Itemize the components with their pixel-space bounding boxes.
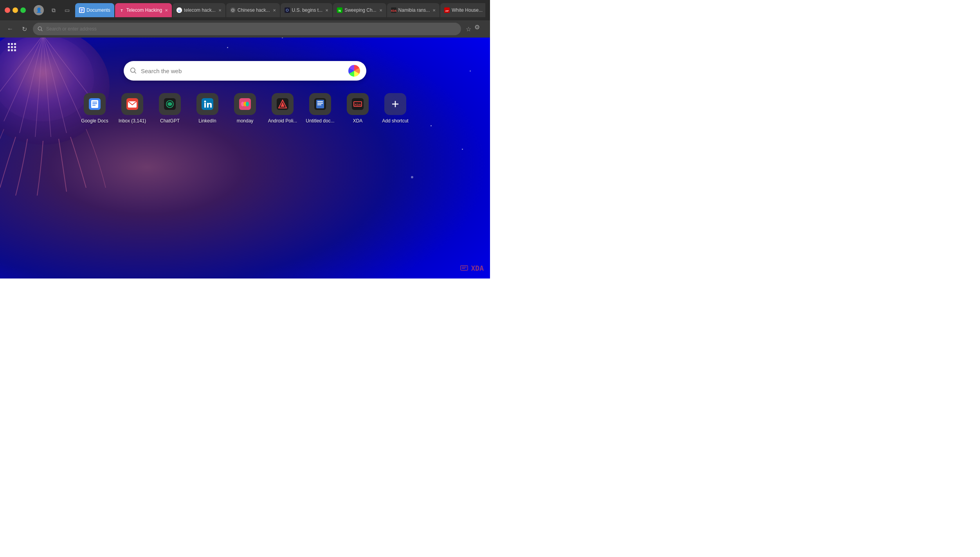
shortcuts-row: Google Docs Inbox (3,141): [79, 93, 411, 124]
shortcut-label-android-police: Android Poli...: [268, 118, 297, 124]
tab-label-nbc: Sweeping Ch...: [344, 7, 376, 13]
svg-point-18: [230, 7, 236, 13]
tab-favicon-google: G: [177, 7, 182, 13]
svg-rect-34: [92, 102, 97, 102]
svg-rect-42: [204, 103, 206, 108]
tab-manager-icon[interactable]: ⧉: [49, 5, 59, 15]
svg-rect-44: [207, 103, 209, 108]
tab-favicon-namibia: XDA: [391, 7, 396, 13]
grid-icon: [8, 43, 16, 51]
apps-grid-button[interactable]: [8, 43, 16, 51]
shortcut-android-police[interactable]: Android Poli...: [267, 93, 298, 124]
linkedin-icon: [202, 98, 213, 110]
svg-line-31: [135, 72, 136, 74]
svg-text:AP: AP: [445, 10, 449, 12]
svg-line-29: [41, 30, 42, 31]
svg-rect-11: [81, 9, 83, 10]
url-input[interactable]: [46, 26, 456, 32]
tab-favicon-chinese: [230, 7, 236, 13]
grid-dot: [8, 43, 10, 45]
shortcut-label-chatgpt: ChatGPT: [160, 118, 180, 124]
search-bar[interactable]: [124, 61, 366, 81]
shortcut-google-docs[interactable]: Google Docs: [79, 93, 110, 124]
xda-icon: XDA: [352, 98, 364, 110]
svg-text:XDA: XDA: [355, 103, 361, 106]
tab-google-telecom[interactable]: G telecom hack... ✕: [173, 3, 225, 17]
tab-favicon-whitehouse: AP: [444, 7, 450, 13]
inbox-icon: [126, 98, 138, 110]
tab-close-chinese[interactable]: ✕: [273, 8, 276, 13]
shortcut-inbox[interactable]: Inbox (3,141): [117, 93, 148, 124]
docs-icon: [89, 98, 101, 110]
tab-nbc[interactable]: N Sweeping Ch... ✕: [333, 3, 386, 17]
shortcut-linkedin[interactable]: LinkedIn: [192, 93, 223, 124]
grid-dot: [14, 49, 16, 51]
tab-label-us: U.S. begins t...: [292, 7, 323, 13]
grid-dot: [8, 46, 10, 48]
monday-icon: [239, 98, 251, 110]
svg-point-28: [38, 27, 41, 30]
shortcut-label-untitled: Untitled doc...: [306, 118, 334, 124]
svg-text:XDA: XDA: [391, 9, 396, 12]
tab-close-namibia[interactable]: ✕: [432, 8, 436, 13]
search-icon: [38, 26, 43, 32]
tab-chinese-hack[interactable]: Chinese hack... ✕: [226, 3, 280, 17]
tab-favicon-documents: [79, 7, 85, 13]
tab-favicon-nbc: N: [337, 7, 342, 13]
tab-close-telecom[interactable]: ✕: [165, 8, 168, 13]
shortcut-label-monday: monday: [237, 118, 254, 124]
grid-dot: [14, 46, 16, 48]
settings-button[interactable]: ⚙: [474, 23, 485, 34]
shortcut-add[interactable]: Add shortcut: [380, 93, 411, 124]
back-button[interactable]: ←: [5, 23, 16, 34]
grid-dot: [14, 43, 16, 45]
svg-rect-55: [317, 103, 323, 104]
svg-point-30: [131, 68, 135, 72]
shortcut-xda[interactable]: XDA XDA: [342, 93, 373, 124]
svg-rect-13: [81, 11, 82, 12]
tab-close-google[interactable]: ✕: [218, 8, 222, 13]
tab-label-chinese: Chinese hack...: [238, 7, 270, 13]
grid-dot: [8, 49, 10, 51]
grid-dot: [11, 49, 13, 51]
shortcut-label-google-docs: Google Docs: [81, 118, 108, 124]
bookmark-button[interactable]: ☆: [466, 25, 471, 33]
svg-rect-54: [317, 101, 323, 102]
shortcut-chatgpt[interactable]: ChatGPT: [154, 93, 186, 124]
svg-text:G: G: [178, 9, 180, 13]
svg-rect-12: [81, 10, 83, 11]
tab-whitehouse[interactable]: AP White House... ✕: [440, 3, 485, 17]
search-input[interactable]: [141, 68, 344, 74]
svg-text:N: N: [339, 9, 341, 13]
search-bar-icon: [130, 67, 137, 74]
xda-watermark: XDA: [460, 264, 484, 272]
tab-favicon-us: [285, 7, 290, 13]
tab-close-nbc[interactable]: ✕: [379, 8, 382, 13]
tab-favicon-telecom: T: [119, 7, 124, 13]
sidebar-toggle[interactable]: ▭: [62, 5, 72, 15]
tab-telecom-hacking[interactable]: T Telecom Hacking ✕: [115, 3, 172, 17]
shortcut-untitled-doc[interactable]: Untitled doc...: [304, 93, 336, 124]
address-bar[interactable]: [33, 23, 461, 35]
tab-close-us[interactable]: ✕: [325, 8, 328, 13]
avatar[interactable]: 👤: [34, 5, 44, 15]
svg-point-43: [204, 101, 206, 102]
add-shortcut-icon: [389, 98, 401, 110]
tab-us[interactable]: U.S. begins t... ✕: [281, 3, 333, 17]
tab-documents[interactable]: Documents: [75, 3, 114, 17]
tab-label-telecom: Telecom Hacking: [126, 7, 162, 13]
svg-rect-36: [92, 105, 95, 106]
close-button[interactable]: [5, 7, 10, 13]
untitled-icon: [314, 98, 326, 110]
minimize-button[interactable]: [13, 7, 18, 13]
tab-label-whitehouse: White House...: [452, 7, 483, 13]
svg-text:T: T: [121, 9, 123, 13]
shortcut-label-add: Add shortcut: [382, 118, 408, 124]
fullscreen-button[interactable]: [20, 7, 26, 13]
svg-rect-64: [462, 268, 465, 269]
brave-logo: [348, 65, 360, 77]
tab-namibia[interactable]: XDA Namibia rans... ✕: [387, 3, 440, 17]
reload-button[interactable]: ↻: [19, 23, 30, 34]
tab-strip: Documents T Telecom Hacking ✕ G telecom …: [75, 3, 485, 17]
shortcut-monday[interactable]: monday: [229, 93, 261, 124]
